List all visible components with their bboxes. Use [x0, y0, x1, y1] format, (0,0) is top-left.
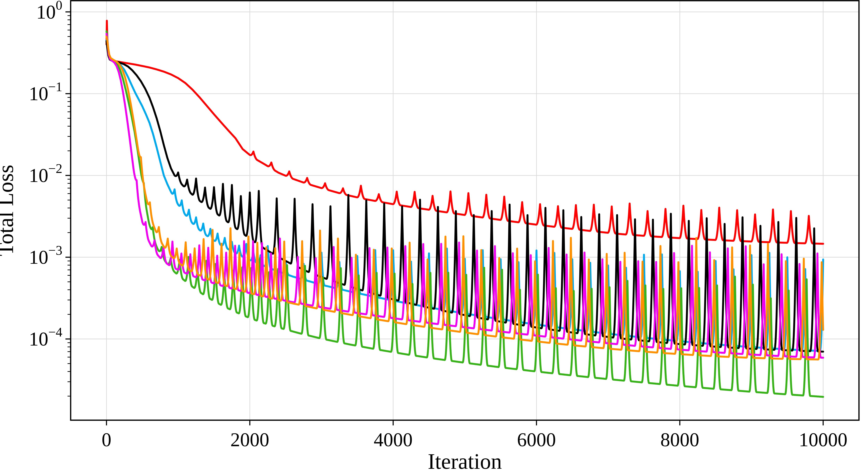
y-tick-exponent: −2 — [48, 161, 62, 176]
y-axis-label: Total Loss — [0, 165, 18, 256]
x-axis-label: Iteration — [428, 449, 502, 473]
figure-background — [0, 0, 868, 474]
loss-convergence-chart: 020004000600080001000010010−110−210−310−… — [0, 0, 868, 474]
x-tick-label: 6000 — [517, 429, 556, 450]
x-tick-label: 0 — [101, 429, 111, 450]
x-tick-label: 8000 — [660, 429, 699, 450]
y-tick-exponent: −3 — [48, 243, 62, 258]
figure: 020004000600080001000010010−110−210−310−… — [0, 0, 868, 474]
x-tick-label: 2000 — [230, 429, 269, 450]
x-tick-label: 4000 — [374, 429, 413, 450]
y-tick-exponent: −1 — [48, 79, 62, 94]
y-tick-exponent: 0 — [56, 0, 62, 12]
y-tick-exponent: −4 — [48, 325, 62, 339]
x-tick-label: 10000 — [799, 429, 847, 450]
